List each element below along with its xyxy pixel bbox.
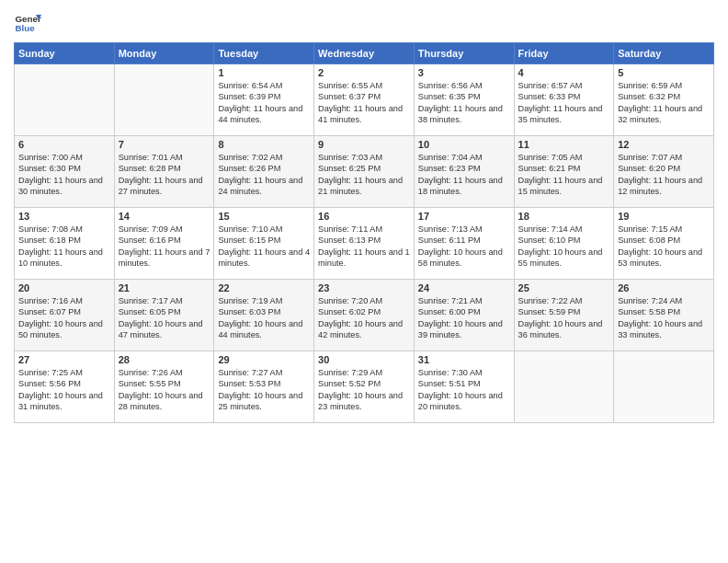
day-number: 17 [418,211,510,222]
day-info: Sunrise: 7:14 AM Sunset: 6:10 PM Dayligh… [518,224,610,270]
page-container: General Blue SundayMondayTuesdayWednesda… [0,0,728,432]
day-info: Sunrise: 6:57 AM Sunset: 6:33 PM Dayligh… [518,80,610,126]
calendar-day-cell [614,351,714,423]
calendar-day-cell: 18Sunrise: 7:14 AM Sunset: 6:10 PM Dayli… [514,208,614,280]
day-number: 19 [618,211,710,222]
calendar-day-cell: 26Sunrise: 7:24 AM Sunset: 5:58 PM Dayli… [614,280,714,351]
day-number: 18 [518,211,610,222]
day-info: Sunrise: 6:59 AM Sunset: 6:32 PM Dayligh… [618,80,710,126]
day-number: 16 [318,211,410,222]
day-number: 10 [418,139,510,150]
logo: General Blue [14,9,41,37]
day-number: 2 [318,67,410,78]
calendar-week-row: 20Sunrise: 7:16 AM Sunset: 6:07 PM Dayli… [15,280,714,351]
calendar-day-cell [15,64,115,136]
calendar-day-cell: 20Sunrise: 7:16 AM Sunset: 6:07 PM Dayli… [15,280,115,351]
day-info: Sunrise: 7:29 AM Sunset: 5:52 PM Dayligh… [318,367,410,413]
weekday-header-row: SundayMondayTuesdayWednesdayThursdayFrid… [15,43,714,64]
calendar-day-cell: 17Sunrise: 7:13 AM Sunset: 6:11 PM Dayli… [414,208,514,280]
day-info: Sunrise: 7:26 AM Sunset: 5:55 PM Dayligh… [119,367,210,413]
weekday-header-cell: Monday [114,43,214,64]
calendar-day-cell: 4Sunrise: 6:57 AM Sunset: 6:33 PM Daylig… [514,64,614,136]
day-number: 26 [618,282,710,293]
day-info: Sunrise: 7:15 AM Sunset: 6:08 PM Dayligh… [618,224,710,270]
calendar-day-cell: 5Sunrise: 6:59 AM Sunset: 6:32 PM Daylig… [614,64,714,136]
day-number: 29 [218,354,310,365]
day-number: 11 [518,139,610,150]
calendar-day-cell: 19Sunrise: 7:15 AM Sunset: 6:08 PM Dayli… [614,208,714,280]
calendar-day-cell: 25Sunrise: 7:22 AM Sunset: 5:59 PM Dayli… [514,280,614,351]
calendar-day-cell: 2Sunrise: 6:55 AM Sunset: 6:37 PM Daylig… [314,64,415,136]
day-number: 22 [218,282,310,293]
day-number: 27 [18,354,110,365]
calendar-day-cell: 23Sunrise: 7:20 AM Sunset: 6:02 PM Dayli… [314,280,415,351]
day-number: 5 [618,67,710,78]
day-number: 28 [119,354,210,365]
day-info: Sunrise: 7:04 AM Sunset: 6:23 PM Dayligh… [418,152,510,198]
day-number: 13 [18,211,110,222]
calendar-day-cell: 31Sunrise: 7:30 AM Sunset: 5:51 PM Dayli… [414,351,514,423]
calendar-day-cell: 28Sunrise: 7:26 AM Sunset: 5:55 PM Dayli… [114,351,214,423]
weekday-header-cell: Thursday [414,43,514,64]
calendar-week-row: 13Sunrise: 7:08 AM Sunset: 6:18 PM Dayli… [15,208,714,280]
day-info: Sunrise: 6:54 AM Sunset: 6:39 PM Dayligh… [218,80,310,126]
day-number: 14 [119,211,210,222]
calendar-week-row: 6Sunrise: 7:00 AM Sunset: 6:30 PM Daylig… [15,136,714,208]
day-info: Sunrise: 7:05 AM Sunset: 6:21 PM Dayligh… [518,152,610,198]
calendar-day-cell: 21Sunrise: 7:17 AM Sunset: 6:05 PM Dayli… [114,280,214,351]
day-number: 30 [318,354,410,365]
day-number: 15 [218,211,310,222]
day-number: 6 [18,139,110,150]
day-number: 31 [418,354,510,365]
day-info: Sunrise: 7:20 AM Sunset: 6:02 PM Dayligh… [318,295,410,341]
calendar-day-cell: 10Sunrise: 7:04 AM Sunset: 6:23 PM Dayli… [414,136,514,208]
logo-icon: General Blue [14,9,41,37]
calendar-table: SundayMondayTuesdayWednesdayThursdayFrid… [14,42,714,423]
day-info: Sunrise: 7:13 AM Sunset: 6:11 PM Dayligh… [418,224,510,270]
day-info: Sunrise: 7:01 AM Sunset: 6:28 PM Dayligh… [119,152,210,198]
day-number: 12 [618,139,710,150]
day-info: Sunrise: 7:03 AM Sunset: 6:25 PM Dayligh… [318,152,410,198]
day-info: Sunrise: 7:07 AM Sunset: 6:20 PM Dayligh… [618,152,710,198]
calendar-day-cell: 15Sunrise: 7:10 AM Sunset: 6:15 PM Dayli… [214,208,314,280]
day-number: 3 [418,67,510,78]
day-number: 9 [318,139,410,150]
day-info: Sunrise: 7:00 AM Sunset: 6:30 PM Dayligh… [18,152,110,198]
calendar-body: 1Sunrise: 6:54 AM Sunset: 6:39 PM Daylig… [15,64,714,423]
day-number: 25 [518,282,610,293]
day-info: Sunrise: 7:02 AM Sunset: 6:26 PM Dayligh… [218,152,310,198]
day-number: 8 [218,139,310,150]
day-number: 20 [18,282,110,293]
calendar-day-cell: 22Sunrise: 7:19 AM Sunset: 6:03 PM Dayli… [214,280,314,351]
day-number: 1 [218,67,310,78]
calendar-week-row: 1Sunrise: 6:54 AM Sunset: 6:39 PM Daylig… [15,64,714,136]
calendar-day-cell [114,64,214,136]
day-number: 4 [518,67,610,78]
weekday-header-cell: Friday [514,43,614,64]
day-info: Sunrise: 7:16 AM Sunset: 6:07 PM Dayligh… [18,295,110,341]
day-info: Sunrise: 7:09 AM Sunset: 6:16 PM Dayligh… [119,224,210,270]
day-info: Sunrise: 7:27 AM Sunset: 5:53 PM Dayligh… [218,367,310,413]
calendar-day-cell [514,351,614,423]
calendar-day-cell: 11Sunrise: 7:05 AM Sunset: 6:21 PM Dayli… [514,136,614,208]
calendar-week-row: 27Sunrise: 7:25 AM Sunset: 5:56 PM Dayli… [15,351,714,423]
day-info: Sunrise: 7:11 AM Sunset: 6:13 PM Dayligh… [318,224,410,270]
calendar-day-cell: 24Sunrise: 7:21 AM Sunset: 6:00 PM Dayli… [414,280,514,351]
day-number: 23 [318,282,410,293]
day-info: Sunrise: 7:30 AM Sunset: 5:51 PM Dayligh… [418,367,510,413]
day-info: Sunrise: 6:56 AM Sunset: 6:35 PM Dayligh… [418,80,510,126]
calendar-day-cell: 29Sunrise: 7:27 AM Sunset: 5:53 PM Dayli… [214,351,314,423]
day-info: Sunrise: 7:10 AM Sunset: 6:15 PM Dayligh… [218,224,310,270]
weekday-header-cell: Sunday [15,43,115,64]
weekday-header-cell: Saturday [614,43,714,64]
calendar-day-cell: 14Sunrise: 7:09 AM Sunset: 6:16 PM Dayli… [114,208,214,280]
day-number: 24 [418,282,510,293]
svg-text:Blue: Blue [16,23,36,33]
calendar-day-cell: 27Sunrise: 7:25 AM Sunset: 5:56 PM Dayli… [15,351,115,423]
day-info: Sunrise: 7:08 AM Sunset: 6:18 PM Dayligh… [18,224,110,270]
calendar-day-cell: 12Sunrise: 7:07 AM Sunset: 6:20 PM Dayli… [614,136,714,208]
calendar-day-cell: 1Sunrise: 6:54 AM Sunset: 6:39 PM Daylig… [214,64,314,136]
calendar-day-cell: 8Sunrise: 7:02 AM Sunset: 6:26 PM Daylig… [214,136,314,208]
day-number: 7 [119,139,210,150]
header: General Blue [14,9,714,37]
